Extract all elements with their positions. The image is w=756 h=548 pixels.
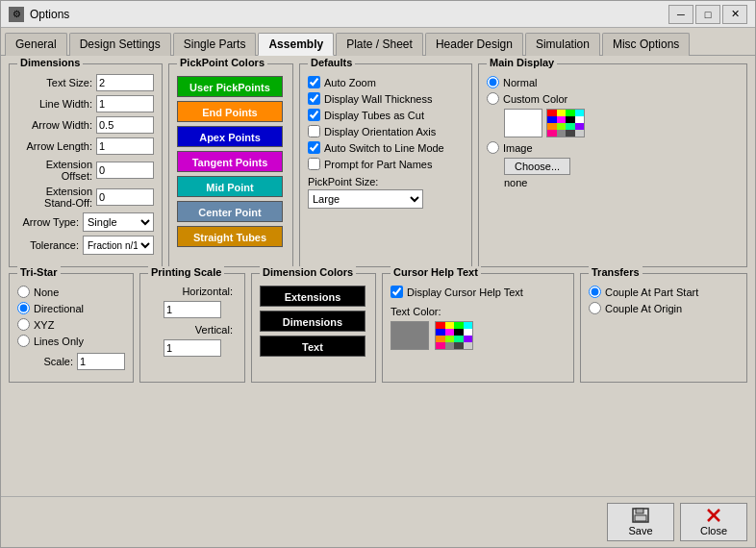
cursor-help-panel: Cursor Help Text Display Cursor Help Tex… — [382, 273, 574, 383]
text-color-label: Text Color: — [391, 306, 566, 317]
printing-scale-title: Printing Scale — [148, 266, 224, 278]
horizontal-input[interactable] — [164, 301, 221, 318]
pickpoint-size-select[interactable]: Small Medium Large — [308, 189, 423, 209]
app-icon: ⚙ — [9, 7, 24, 22]
custom-color-radio[interactable] — [487, 92, 499, 105]
custom-color-swatch[interactable] — [504, 109, 542, 137]
display-orientation-checkbox[interactable] — [308, 125, 320, 137]
horizontal-row: Horizontal: — [148, 286, 237, 297]
lines-only-radio-row: Lines Only — [17, 335, 125, 347]
ext-standoff-input[interactable] — [96, 188, 154, 206]
tab-design[interactable]: Design Settings — [69, 33, 171, 56]
tristar-title: Tri-Star — [17, 266, 61, 278]
cursor-help-title: Cursor Help Text — [391, 266, 481, 278]
normal-radio-row: Normal — [487, 76, 739, 88]
arrow-length-input[interactable] — [96, 137, 154, 155]
arrow-width-label: Arrow Width: — [17, 119, 96, 131]
ext-standoff-row: Extension Stand-Off: — [17, 186, 154, 209]
tangent-points-btn[interactable]: Tangent Points — [177, 151, 283, 172]
custom-color-label: Custom Color — [503, 93, 567, 105]
footer: Save Close — [1, 496, 755, 547]
close-window-button[interactable]: ✕ — [722, 5, 747, 24]
arrow-type-row: Arrow Type: Single Double None — [17, 212, 154, 232]
tristar-lines-radio[interactable] — [17, 335, 30, 347]
auto-zoom-checkbox[interactable] — [308, 76, 320, 88]
display-tubes-label: Display Tubes as Cut — [324, 110, 424, 121]
tolerance-row: Tolerance: Fraction n/16 Decimal — [17, 236, 154, 255]
text-size-input[interactable] — [96, 74, 154, 91]
window-title: Options — [30, 8, 69, 21]
normal-radio[interactable] — [487, 76, 499, 88]
prompt-part-checkbox[interactable] — [308, 158, 320, 170]
printing-scale-panel: Printing Scale Horizontal: Vertical: — [139, 273, 245, 383]
image-radio[interactable] — [487, 141, 499, 154]
center-point-btn[interactable]: Center Point — [177, 201, 283, 222]
couple-origin-radio[interactable] — [589, 302, 601, 314]
tab-single-parts[interactable]: Single Parts — [173, 33, 257, 56]
dimensions-panel: Dimensions Text Size: Line Width: Arrow … — [9, 63, 163, 267]
tab-plate-sheet[interactable]: Plate / Sheet — [336, 33, 423, 56]
auto-zoom-row: Auto Zoom — [308, 76, 464, 88]
ext-offset-label: Extension Offset: — [17, 159, 96, 182]
tristar-scale-input[interactable] — [77, 353, 125, 370]
text-color-swatch[interactable] — [391, 321, 429, 350]
main-window: ⚙ Options ─ □ ✕ General Design Settings … — [0, 0, 756, 548]
tolerance-select[interactable]: Fraction n/16 Decimal — [83, 236, 154, 255]
tab-general[interactable]: General — [5, 33, 67, 56]
save-button[interactable]: Save — [607, 503, 674, 541]
auto-switch-checkbox[interactable] — [308, 141, 320, 154]
tristar-directional-label: Directional — [34, 303, 84, 314]
couple-part-start-row: Couple At Part Start — [589, 286, 739, 298]
tristar-none-radio[interactable] — [17, 286, 30, 298]
custom-color-grid[interactable] — [546, 109, 585, 137]
user-pickpoints-btn[interactable]: User PickPoints — [177, 76, 283, 97]
extensions-color-btn[interactable]: Extensions — [260, 286, 365, 307]
tab-misc-options[interactable]: Misc Options — [602, 33, 690, 56]
choose-button[interactable]: Choose... — [504, 158, 570, 175]
pickpoint-size-row: PickPoint Size: Small Medium Large — [308, 176, 464, 209]
maximize-button[interactable]: □ — [695, 5, 720, 24]
display-cursor-checkbox[interactable] — [391, 286, 403, 298]
main-display-title: Main Display — [487, 57, 557, 68]
arrow-length-label: Arrow Length: — [17, 140, 96, 152]
end-points-btn[interactable]: End Points — [177, 101, 283, 122]
tab-assembly[interactable]: Assembly — [258, 33, 334, 56]
close-button[interactable]: Close — [680, 503, 747, 541]
ext-offset-input[interactable] — [96, 162, 154, 179]
dimensions-color-btn[interactable]: Dimensions — [260, 311, 365, 332]
minimize-button[interactable]: ─ — [668, 5, 693, 24]
text-color-grid[interactable] — [435, 321, 473, 350]
text-size-row: Text Size: — [17, 74, 154, 91]
vertical-input[interactable] — [164, 339, 221, 357]
horizontal-label: Horizontal: — [148, 286, 237, 297]
tristar-directional-radio[interactable] — [17, 302, 30, 314]
tab-simulation[interactable]: Simulation — [525, 33, 600, 56]
arrow-width-input[interactable] — [96, 116, 154, 134]
apex-points-btn[interactable]: Apex Points — [177, 126, 283, 147]
tristar-none-label: None — [34, 286, 59, 298]
vertical-row: Vertical: — [148, 324, 237, 336]
tab-header-design[interactable]: Header Design — [425, 33, 523, 56]
xyz-radio-row: XYZ — [17, 318, 125, 331]
auto-switch-label: Auto Switch to Line Mode — [324, 142, 444, 154]
transfers-panel: Transfers Couple At Part Start Couple At… — [580, 273, 747, 383]
text-color-btn[interactable]: Text — [260, 336, 365, 357]
tristar-panel: Tri-Star None Directional XYZ Lines Only — [9, 273, 134, 383]
save-label: Save — [628, 525, 652, 536]
mid-point-btn[interactable]: Mid Point — [177, 176, 283, 197]
pickpoint-colors-panel: PickPoint Colors User PickPoints End Poi… — [168, 63, 293, 267]
tristar-xyz-radio[interactable] — [17, 318, 30, 331]
transfers-title: Transfers — [589, 266, 643, 278]
arrow-type-select[interactable]: Single Double None — [83, 212, 154, 232]
defaults-panel: Defaults Auto Zoom Display Wall Thicknes… — [299, 63, 472, 267]
display-tubes-checkbox[interactable] — [308, 109, 320, 121]
auto-zoom-label: Auto Zoom — [324, 77, 376, 88]
custom-color-radio-row: Custom Color — [487, 92, 739, 105]
bottom-panels-row: Tri-Star None Directional XYZ Lines Only — [9, 273, 747, 383]
save-icon — [631, 508, 650, 523]
display-wall-checkbox[interactable] — [308, 92, 320, 105]
straight-tubes-btn[interactable]: Straight Tubes — [177, 226, 283, 247]
display-cursor-label: Display Cursor Help Text — [407, 286, 523, 298]
couple-part-start-radio[interactable] — [589, 286, 601, 298]
line-width-input[interactable] — [96, 95, 154, 112]
